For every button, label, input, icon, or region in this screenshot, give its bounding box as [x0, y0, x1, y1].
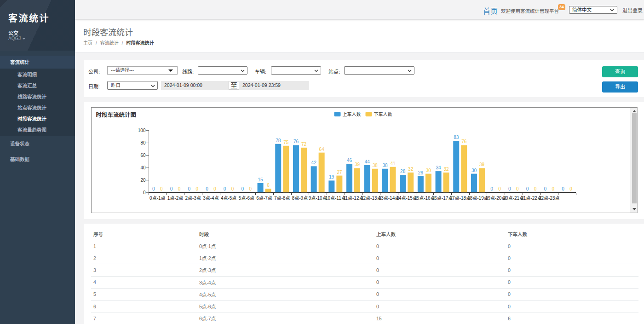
svg-text:0: 0 [544, 186, 546, 191]
svg-text:42: 42 [311, 160, 316, 165]
svg-text:0: 0 [223, 186, 226, 191]
svg-text:0: 0 [188, 186, 190, 191]
svg-text:0点-1点: 0点-1点 [150, 196, 165, 201]
svg-text:60: 60 [140, 153, 146, 158]
svg-text:75: 75 [283, 140, 289, 145]
svg-text:40: 40 [140, 165, 146, 170]
svg-text:上车人数: 上车人数 [342, 111, 361, 117]
svg-text:0: 0 [249, 186, 252, 191]
svg-text:41: 41 [390, 161, 396, 166]
svg-text:时段车流统计图: 时段车流统计图 [96, 111, 136, 118]
svg-text:39: 39 [354, 162, 360, 167]
svg-text:46: 46 [346, 158, 352, 163]
svg-text:44: 44 [364, 159, 370, 164]
svg-text:20: 20 [140, 178, 146, 183]
svg-text:30: 30 [471, 168, 477, 173]
svg-text:27: 27 [337, 170, 342, 175]
svg-text:0: 0 [241, 186, 244, 191]
svg-text:0: 0 [206, 186, 208, 191]
svg-text:7点-8点: 7点-8点 [274, 196, 290, 201]
svg-text:78: 78 [276, 138, 281, 143]
svg-text:5点-6点: 5点-6点 [238, 196, 254, 201]
svg-text:0: 0 [170, 186, 172, 191]
svg-text:6点-7点: 6点-7点 [256, 196, 272, 201]
svg-text:64: 64 [319, 147, 324, 152]
svg-text:0: 0 [508, 186, 511, 191]
svg-text:76: 76 [461, 139, 467, 144]
svg-text:3点-4点: 3点-4点 [203, 196, 218, 201]
svg-text:30: 30 [426, 168, 431, 173]
svg-text:72: 72 [301, 142, 306, 147]
svg-text:0: 0 [562, 186, 564, 191]
svg-text:6: 6 [267, 183, 270, 188]
svg-text:0: 0 [526, 186, 529, 191]
svg-text:0: 0 [196, 186, 198, 191]
svg-text:38: 38 [372, 163, 378, 168]
svg-text:0: 0 [143, 190, 145, 195]
svg-text:80: 80 [140, 140, 146, 145]
svg-text:38: 38 [382, 163, 388, 168]
svg-text:19: 19 [329, 174, 334, 179]
svg-text:28: 28 [400, 169, 406, 174]
svg-text:8点-9点: 8点-9点 [292, 196, 307, 201]
svg-text:100: 100 [138, 128, 145, 133]
svg-text:0: 0 [516, 186, 519, 191]
svg-text:下车人数: 下车人数 [374, 111, 392, 117]
svg-text:34: 34 [436, 165, 441, 170]
svg-text:0: 0 [498, 186, 501, 191]
svg-text:83: 83 [454, 135, 459, 140]
svg-text:26: 26 [418, 170, 423, 175]
svg-text:39: 39 [479, 162, 484, 167]
svg-text:0: 0 [490, 186, 493, 191]
svg-text:0: 0 [534, 186, 536, 191]
svg-text:15: 15 [258, 177, 263, 182]
svg-text:1点-2点: 1点-2点 [167, 196, 183, 201]
svg-text:0: 0 [569, 186, 572, 191]
svg-text:0: 0 [160, 186, 163, 191]
svg-text:0: 0 [552, 186, 554, 191]
svg-text:9点-10点: 9点-10点 [308, 196, 327, 201]
svg-text:0: 0 [178, 186, 180, 191]
svg-text:0: 0 [213, 186, 216, 191]
svg-text:4点-5点: 4点-5点 [220, 196, 236, 201]
svg-text:2点-3点: 2点-3点 [185, 196, 201, 201]
svg-text:22点-23点: 22点-23点 [538, 196, 559, 201]
svg-text:32: 32 [408, 167, 414, 172]
svg-text:0: 0 [152, 186, 155, 191]
svg-text:0: 0 [231, 186, 234, 191]
svg-text:32: 32 [443, 167, 449, 172]
svg-text:76: 76 [293, 139, 299, 144]
